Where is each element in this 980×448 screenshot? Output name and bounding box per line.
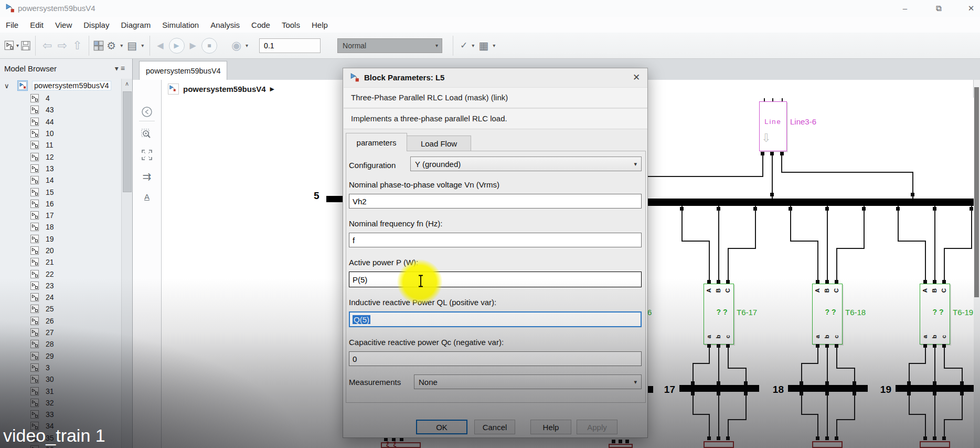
wire[interactable] [728,248,729,282]
ok-button[interactable]: OK [416,420,467,434]
record-icon[interactable]: ◉ [231,39,241,53]
port[interactable] [835,280,838,284]
tree-item-label[interactable]: 18 [46,223,54,231]
tree-item[interactable]: 31 [0,385,122,397]
tree-item-label[interactable]: 15 [46,188,54,196]
wire[interactable] [728,419,747,420]
check-caret-icon[interactable]: ▾ [472,43,474,48]
wire[interactable] [934,395,935,437]
tree-item-label[interactable]: 13 [46,164,54,173]
step-back-icon[interactable]: ◀ [157,40,163,50]
tree-item[interactable]: 33 [0,409,122,420]
port[interactable] [942,344,946,348]
wire[interactable] [745,395,747,420]
tree-item-label[interactable]: 11 [46,141,54,149]
port[interactable] [717,344,720,348]
step-forward-icon[interactable]: ▶ [190,40,196,50]
vn-input[interactable] [349,194,642,209]
tree-item[interactable]: 13 [0,163,122,174]
wire[interactable] [934,348,935,385]
port[interactable] [753,207,757,211]
tree-item-label[interactable]: 28 [46,340,54,348]
new-model-icon[interactable] [4,40,15,51]
wire[interactable] [728,248,756,249]
tree-item[interactable]: 26 [0,315,122,327]
wire[interactable] [944,419,945,437]
wire[interactable] [634,176,763,177]
stop-time-input[interactable] [259,38,321,53]
port[interactable] [770,193,774,196]
wire[interactable] [909,395,910,415]
annotation-icon[interactable]: A [133,192,161,201]
table-grid-icon[interactable]: ▦ [478,39,488,52]
wire[interactable] [836,248,865,249]
port[interactable] [825,280,829,284]
port[interactable] [717,207,720,211]
config-list-caret-icon[interactable]: ▾ [141,43,144,48]
port[interactable] [960,392,964,395]
inductive-power-input[interactable]: Q(5) [349,311,642,327]
scroll-up-icon[interactable]: ∧ [122,80,132,87]
tree-item-label[interactable]: 24 [46,293,54,301]
bus-bar[interactable] [788,385,868,392]
tree-item[interactable]: 16 [0,198,122,210]
sidebar-scrollbar[interactable]: ∧ [121,79,132,448]
wire[interactable] [944,248,972,249]
save-icon[interactable] [20,40,31,51]
run-icon[interactable]: ▶ [169,38,185,54]
document-tab[interactable]: powersystem59busV4 [139,61,227,80]
wire[interactable] [925,241,926,282]
port[interactable] [862,207,866,211]
wire[interactable] [817,414,818,437]
wire[interactable] [728,348,729,369]
tree-item-label[interactable]: 16 [46,200,54,208]
window-layout-icon[interactable] [93,40,104,51]
back-icon[interactable]: ⇦ [42,39,52,53]
tree-item[interactable]: 28 [0,338,122,350]
tree-item-label[interactable]: 17 [46,211,54,220]
tree-item-label[interactable]: 25 [46,305,54,313]
wire[interactable] [854,395,855,420]
tree-item[interactable]: 14 [0,174,122,186]
tree-item[interactable]: 20 [0,245,122,256]
tree-item-label[interactable]: 23 [46,282,54,290]
tree-item[interactable]: 10 [0,128,122,139]
wire[interactable] [898,206,899,242]
tree-item-label[interactable]: 29 [46,352,54,360]
tree-item[interactable]: 29 [0,350,122,362]
port[interactable] [960,381,964,385]
simulation-mode-select[interactable]: Normal ▾ [337,38,442,53]
tree-item[interactable]: 12 [0,151,122,162]
wire[interactable] [934,206,935,282]
wire[interactable] [728,419,729,437]
tree-item-label[interactable]: 30 [46,375,54,383]
tree-item[interactable]: 44 [0,116,122,128]
port[interactable] [933,344,936,348]
wire[interactable] [718,206,719,282]
tree-item[interactable]: 21 [0,256,122,268]
port[interactable] [691,392,695,395]
port[interactable] [761,152,764,155]
tree-item[interactable]: 18 [0,221,122,233]
menu-item[interactable]: Code [246,20,276,29]
port[interactable] [933,392,936,395]
wire[interactable] [971,206,972,249]
wire[interactable] [836,368,855,369]
tree-item[interactable]: 30 [0,373,122,385]
tree-root-row[interactable]: ∨ powersystem59busV4 [0,79,122,92]
wire[interactable] [718,395,719,437]
wire[interactable] [718,348,719,385]
port[interactable] [680,207,684,211]
wire[interactable] [817,348,818,364]
gear-caret-icon[interactable]: ▾ [120,43,123,48]
wire[interactable] [709,241,710,282]
port[interactable] [726,344,730,348]
tree-item-label[interactable]: 44 [46,118,54,126]
tree-item-label[interactable]: 31 [46,387,54,395]
port[interactable] [825,392,829,395]
config-list-icon[interactable]: ▤ [127,39,137,52]
dialog-titlebar[interactable]: Block Parameters: L5 ✕ [343,68,647,87]
record-caret-icon[interactable]: ▾ [246,43,248,48]
port[interactable] [835,344,838,348]
tree-item[interactable]: 32 [0,397,122,409]
